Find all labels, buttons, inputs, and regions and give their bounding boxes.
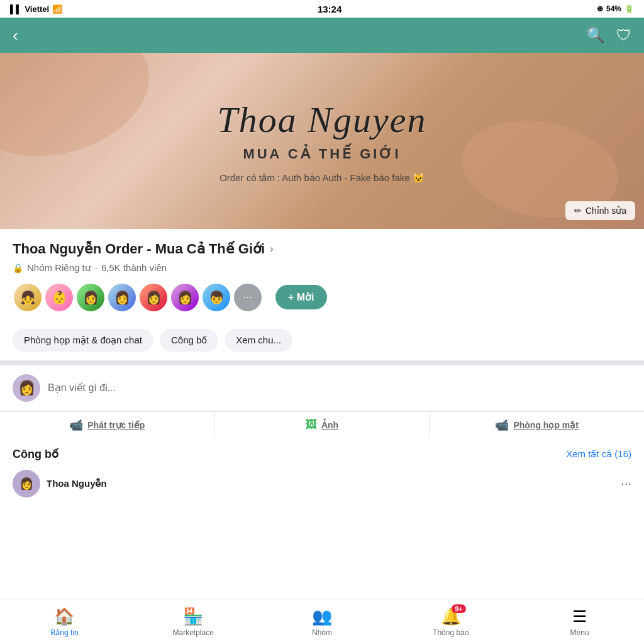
status-bar: ▌▌ Viettel 📶 13:24 ⊕ 54% 🔋 <box>0 0 644 18</box>
user-avatar-emoji: 👩 <box>18 380 35 396</box>
battery-label: 54% <box>606 4 621 13</box>
signal-icon: ▌▌ <box>10 4 21 14</box>
group-name-text: Thoa Nguyễn Order - Mua Cả Thế Giới <box>13 240 265 258</box>
post-author-name: Thoa Nguyễn <box>47 478 614 489</box>
congbo-section: Công bố Xem tất cả (16) 👩 Thoa Nguyễn ··… <box>0 438 644 509</box>
menu-icon: ☰ <box>572 607 587 626</box>
search-icon: 🔍 <box>586 26 605 43</box>
edit-label: Chỉnh sửa <box>586 206 626 216</box>
nav-item-menu[interactable]: ☰ Menu <box>515 602 644 642</box>
photo-label: Ảnh <box>321 420 338 430</box>
home-icon: 🏠 <box>54 607 74 626</box>
cover-subtitle: MUA CẢ THẾ GIỚI <box>243 146 401 162</box>
back-button[interactable]: ‹ <box>13 26 18 45</box>
view-all-link[interactable]: Xem tất cả (16) <box>566 448 631 460</box>
group-info: Thoa Nguyễn Order - Mua Cả Thế Giới › 🔒 … <box>0 229 644 320</box>
nav-item-groups[interactable]: 👥 Nhóm <box>258 602 387 642</box>
pencil-icon: ✏ <box>574 206 582 216</box>
congbo-header: Công bố Xem tất cả (16) <box>13 447 631 461</box>
member-avatar-5: 👩 <box>138 282 169 313</box>
member-avatar-7: 👦 <box>201 282 231 313</box>
action-chips: Phòng họp mặt & đoạn chat Công bố Xem ch… <box>0 320 644 360</box>
post-actions: 📹 Phát trực tiếp 🖼 Ảnh 📹 Phòng họp mặt <box>0 411 644 438</box>
chip-more[interactable]: Xem chu... <box>225 329 292 352</box>
author-avatar-emoji: 👩 <box>19 477 33 491</box>
meeting-icon: 📹 <box>495 418 509 432</box>
menu-label: Menu <box>570 628 589 637</box>
status-right: ⊕ 54% 🔋 <box>597 4 634 13</box>
lock-icon: 🔒 <box>13 263 23 273</box>
member-count: 6,5K thành viên <box>101 262 167 273</box>
current-user-avatar: 👩 <box>13 374 40 402</box>
post-input-placeholder[interactable]: Bạn viết gì đi... <box>48 382 631 394</box>
live-icon: 📹 <box>69 418 83 432</box>
invite-label: + Mời <box>288 292 314 303</box>
photo-button[interactable]: 🖼 Ảnh <box>215 412 430 438</box>
shield-icon: 🛡 <box>616 26 631 43</box>
group-meta: 🔒 Nhóm Riêng tư · 6,5K thành viên <box>13 262 631 274</box>
wifi-icon: 📶 <box>52 4 62 14</box>
chip-meeting-label: Phòng họp mặt & đoạn chat <box>24 335 142 345</box>
members-row: 👧 👶 👩 👩 👩 👩 👦 ··· + Mời <box>13 282 631 313</box>
dot-separator: · <box>95 262 97 273</box>
notifications-label: Thông báo <box>433 628 469 637</box>
member-avatar-6: 👩 <box>170 282 200 313</box>
nav-item-home[interactable]: 🏠 Bảng tin <box>0 602 129 642</box>
shield-button[interactable]: 🛡 <box>616 26 631 44</box>
member-avatar-1: 👧 <box>13 282 43 313</box>
member-avatar-4: 👩 <box>107 282 137 313</box>
photo-icon: 🖼 <box>306 418 317 431</box>
invite-button[interactable]: + Mời <box>275 285 327 309</box>
edit-cover-button[interactable]: ✏ Chỉnh sửa <box>565 201 635 220</box>
post-author-avatar: 👩 <box>13 470 40 497</box>
section-divider <box>0 360 644 365</box>
live-button[interactable]: 📹 Phát trực tiếp <box>0 412 215 438</box>
status-time: 13:24 <box>318 4 341 14</box>
post-preview: 👩 Thoa Nguyễn ··· <box>13 470 631 504</box>
member-avatar-2: 👶 <box>44 282 74 313</box>
meeting-button[interactable]: 📹 Phòng họp mặt <box>430 412 644 438</box>
search-button[interactable]: 🔍 <box>586 26 605 44</box>
notification-badge: 9+ <box>452 604 466 613</box>
chip-more-label: Xem chu... <box>236 335 281 345</box>
post-box: 👩 Bạn viết gì đi... <box>0 365 644 411</box>
live-label: Phát trực tiếp <box>87 420 145 430</box>
marketplace-label: Marketplace <box>173 628 214 637</box>
location-icon: ⊕ <box>597 4 603 13</box>
privacy-label: Nhóm Riêng tư <box>27 262 91 274</box>
member-avatar-3: 👩 <box>75 282 106 313</box>
member-more-icon: ··· <box>233 282 263 313</box>
nav-item-notifications[interactable]: 🔔 9+ Thông báo <box>386 602 515 642</box>
chip-meeting[interactable]: Phòng họp mặt & đoạn chat <box>13 329 153 352</box>
back-icon: ‹ <box>13 26 18 45</box>
cover-description: Order có tâm : Auth bảo Auth - Fake báo … <box>219 172 425 184</box>
congbo-title: Công bố <box>13 447 58 461</box>
groups-label: Nhóm <box>312 628 332 637</box>
more-options-icon[interactable]: ··· <box>621 476 631 491</box>
group-name: Thoa Nguyễn Order - Mua Cả Thế Giới › <box>13 240 631 258</box>
top-nav: ‹ 🔍 🛡 <box>0 18 644 53</box>
post-author-info: Thoa Nguyễn <box>47 478 614 489</box>
chip-announcement-label: Công bố <box>171 335 207 345</box>
chip-announcement[interactable]: Công bố <box>160 329 218 352</box>
chevron-right-icon: › <box>270 243 273 256</box>
status-left: ▌▌ Viettel 📶 <box>10 4 62 14</box>
groups-icon: 👥 <box>312 607 332 626</box>
cover-photo: Thoa Nguyen MUA CẢ THẾ GIỚI Order có tâm… <box>0 53 644 229</box>
meeting-label: Phòng họp mặt <box>513 420 579 430</box>
nav-item-marketplace[interactable]: 🏪 Marketplace <box>129 602 258 642</box>
main-content: Thoa Nguyen MUA CẢ THẾ GIỚI Order có tâm… <box>0 53 644 559</box>
battery-icon: 🔋 <box>625 4 634 13</box>
cover-title: Thoa Nguyen <box>218 99 427 141</box>
bottom-nav: 🏠 Bảng tin 🏪 Marketplace 👥 Nhóm 🔔 9+ Thô… <box>0 599 644 644</box>
nav-action-icons: 🔍 🛡 <box>586 26 631 44</box>
home-label: Bảng tin <box>50 628 78 637</box>
marketplace-icon: 🏪 <box>183 607 203 626</box>
carrier-label: Viettel <box>25 4 49 14</box>
